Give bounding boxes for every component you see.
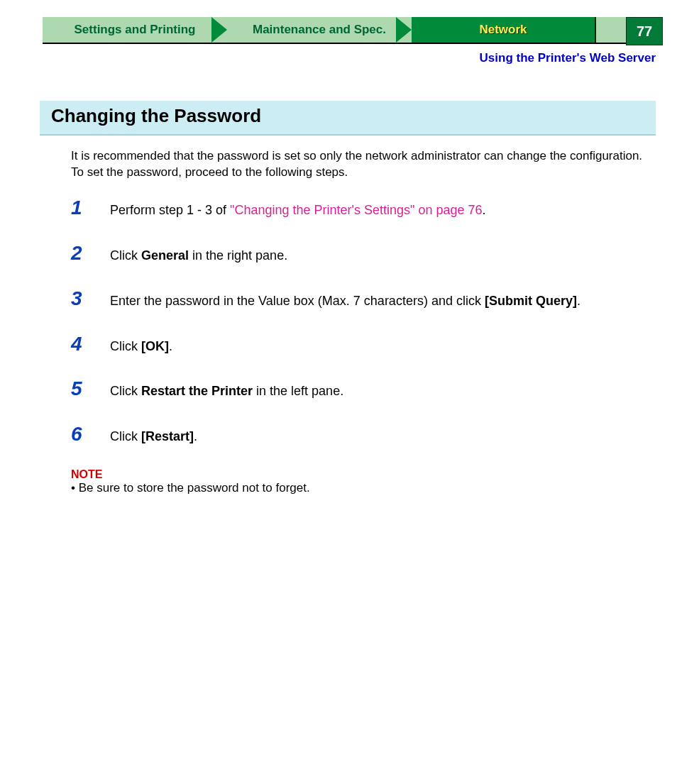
step-text: Perform step 1 - 3 of "Changing the Prin… [110, 201, 486, 221]
bold-run: [Restart] [141, 429, 194, 443]
bold-run: [Submit Query] [485, 294, 577, 308]
text-run: Click [110, 429, 141, 443]
tab-maintenance[interactable]: Maintenance and Spec. [227, 17, 412, 43]
step-text: Click [Restart]. [110, 427, 197, 447]
text-run: . [169, 339, 172, 353]
page-number: 77 [637, 23, 652, 40]
heading-text: Changing the Password [51, 105, 644, 127]
text-run: . [577, 294, 580, 308]
text-run: Perform step 1 - 3 of [110, 203, 230, 217]
steps-list: 1 Perform step 1 - 3 of "Changing the Pr… [71, 197, 656, 447]
page-number-badge: 77 [626, 17, 663, 45]
tab-label: Network [479, 23, 527, 37]
step-text: Enter the password in the Value box (Max… [110, 292, 580, 311]
tab-label: Settings and Printing [75, 23, 196, 37]
step-text: Click [OK]. [110, 337, 172, 357]
text-run: Click [110, 248, 141, 263]
text-run: Click [110, 384, 141, 398]
step-number: 4 [71, 333, 110, 355]
top-navigation: Settings and Printing Maintenance and Sp… [43, 17, 663, 43]
step-number: 5 [71, 377, 110, 400]
bold-run: [OK] [141, 339, 169, 353]
tab-separator-icon [211, 17, 227, 43]
tab-separator-icon [396, 17, 412, 43]
intro-paragraph: It is recommended that the password is s… [71, 148, 656, 181]
step-5: 5 Click Restart the Printer in the left … [71, 377, 656, 402]
tab-network-active[interactable]: Network [412, 17, 596, 43]
step-number: 2 [71, 242, 110, 265]
note-block: NOTE • Be sure to store the password not… [71, 468, 656, 495]
section-heading: Changing the Password [40, 101, 656, 136]
step-number: 3 [71, 287, 110, 310]
step-text: Click General in the right pane. [110, 246, 287, 266]
note-text: Be sure to store the password not to for… [79, 481, 310, 495]
bold-run: Restart the Printer [141, 384, 253, 398]
step-3: 3 Enter the password in the Value box (M… [71, 287, 656, 311]
text-run: Enter the password in the Value box (Max… [110, 294, 485, 308]
note-text-line: • Be sure to store the password not to f… [71, 481, 656, 495]
intro-text: It is recommended that the password is s… [71, 149, 642, 179]
bullet-icon: • [71, 481, 79, 495]
tab-settings[interactable]: Settings and Printing [43, 17, 227, 43]
text-run: in the left pane. [253, 384, 343, 398]
step-text: Click Restart the Printer in the left pa… [110, 382, 343, 402]
step-6: 6 Click [Restart]. [71, 423, 656, 447]
note-label: NOTE [71, 468, 656, 481]
text-run: Click [110, 339, 141, 353]
step-number: 1 [71, 197, 110, 219]
text-run: . [483, 203, 486, 217]
text-run: in the right pane. [189, 248, 287, 263]
cross-reference-link[interactable]: "Changing the Printer's Settings" on pag… [230, 203, 482, 217]
subtitle-text: Using the Printer's Web Server [480, 51, 656, 65]
step-1: 1 Perform step 1 - 3 of "Changing the Pr… [71, 197, 656, 221]
step-2: 2 Click General in the right pane. [71, 242, 656, 266]
step-4: 4 Click [OK]. [71, 333, 656, 357]
tab-label: Maintenance and Spec. [253, 23, 386, 37]
tab-strip: Settings and Printing Maintenance and Sp… [43, 17, 663, 44]
step-number: 6 [71, 423, 110, 446]
breadcrumb-subtitle: Using the Printer's Web Server [43, 51, 656, 65]
text-run: . [194, 429, 197, 443]
bold-run: General [141, 248, 189, 263]
